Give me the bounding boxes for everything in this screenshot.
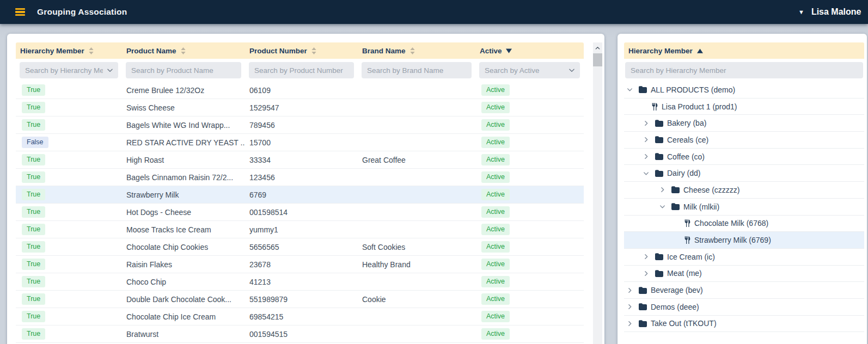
hierarchy-member-badge: True	[22, 293, 45, 305]
tree-node[interactable]: Milk (mlkii)	[624, 199, 864, 216]
hierarchy-member-badge: True	[22, 241, 45, 253]
product-number-cell: 001594515	[245, 330, 358, 339]
hierarchy-member-badge: True	[22, 154, 45, 165]
table-row[interactable]: TrueBratwurst001594515Active	[16, 325, 584, 343]
product-name-cell: Bagels Cinnamon Raisin 72/2...	[122, 173, 245, 182]
search-active-input[interactable]	[479, 62, 580, 78]
search-hierarchy-member-input[interactable]	[20, 62, 118, 78]
tree-node-label: Meat (me)	[667, 269, 702, 278]
user-menu[interactable]: ▼ Lisa Malone	[798, 0, 861, 24]
product-name-cell: Chocolate Chip Ice Cream	[122, 312, 245, 321]
table-row[interactable]: TrueSwiss Cheese1529547Active	[16, 99, 584, 116]
brand-name-cell: Great Coffee	[358, 156, 475, 164]
active-badge: Active	[481, 241, 510, 253]
folder-icon	[671, 186, 680, 193]
chevron-down-icon[interactable]	[106, 66, 114, 74]
tree-node[interactable]: Cereals (ce)	[624, 132, 864, 149]
utensils-icon	[684, 219, 690, 227]
folder-icon	[639, 320, 647, 327]
table-row[interactable]: TrueChoco Chip41213Active	[16, 273, 584, 291]
product-name-cell: High Roast	[122, 156, 245, 164]
search-brand-name-input[interactable]	[362, 62, 472, 78]
column-header-hierarchy-member[interactable]: Hierarchy Member	[16, 47, 122, 55]
chevron-right-icon[interactable]	[626, 303, 634, 310]
tree-column-header[interactable]: Hierarchy Member	[624, 42, 864, 59]
chevron-right-icon[interactable]	[626, 320, 634, 327]
chevron-right-icon[interactable]	[659, 186, 667, 193]
tree-node[interactable]: Demos (deee)	[624, 299, 864, 316]
active-badge: Active	[481, 154, 510, 165]
table-row[interactable]: TrueChocolate Chip Cookies5656565Soft Co…	[16, 238, 584, 256]
chevron-right-icon[interactable]	[643, 120, 650, 127]
tree-body: ALL PRODUCTS (demo)Lisa Product 1 (prod1…	[624, 82, 864, 332]
hierarchy-member-badge: True	[22, 102, 45, 113]
hierarchy-member-badge: True	[22, 276, 45, 287]
product-table-panel: Hierarchy Member Product Name Product Nu…	[7, 34, 604, 344]
vertical-scrollbar[interactable]	[593, 42, 602, 344]
hierarchy-member-badge: True	[22, 224, 45, 235]
column-header-product-name[interactable]: Product Name	[122, 47, 245, 55]
chevron-down-icon[interactable]	[643, 170, 650, 177]
folder-icon	[639, 287, 647, 294]
table-row[interactable]: TrueBagels Cinnamon Raisin 72/2...123456…	[16, 169, 584, 186]
tree-node[interactable]: ALL PRODUCTS (demo)	[624, 82, 864, 99]
tree-node[interactable]: Chocolate Milk (6768)	[624, 216, 864, 232]
hierarchy-member-badge: True	[22, 119, 45, 131]
scroll-up-icon[interactable]	[595, 42, 601, 53]
chevron-right-icon[interactable]	[643, 253, 650, 260]
top-navbar: Grouping Association ▼ Lisa Malone	[0, 0, 868, 24]
table-row[interactable]: TrueHigh Roast33334Great CoffeeActive	[16, 151, 584, 169]
chevron-down-icon[interactable]	[626, 86, 634, 93]
tree-node[interactable]: Coffee (co)	[624, 149, 864, 165]
tree-node[interactable]: Lisa Product 1 (prod1)	[624, 99, 864, 115]
table-row[interactable]: TrueCreme Brulee 12/32Oz06109Active	[16, 82, 584, 99]
product-name-cell: Moose Tracks Ice Cream	[122, 225, 245, 234]
column-header-product-number[interactable]: Product Number	[245, 47, 358, 55]
tree-node-label: Cereals (ce)	[667, 136, 708, 144]
tree-node[interactable]: Beverage (bev)	[624, 282, 864, 299]
scrollbar-thumb[interactable]	[593, 53, 602, 66]
chevron-down-icon[interactable]	[659, 203, 667, 210]
chevron-right-icon[interactable]	[643, 136, 650, 143]
product-number-cell: 1529547	[245, 103, 358, 112]
product-name-cell: Chocolate Chip Cookies	[122, 243, 245, 251]
search-product-number-input[interactable]	[249, 62, 354, 78]
table-row[interactable]: TrueBagels White WG Ind Wrapp...789456Ac…	[16, 116, 584, 134]
search-product-name-input[interactable]	[126, 62, 241, 78]
tree-node-label: Bakery (ba)	[667, 119, 706, 127]
tree-node[interactable]: Take Out (tTKOUT)	[624, 316, 864, 333]
search-tree-hierarchy-member-input[interactable]	[625, 62, 863, 78]
tree-node[interactable]: Strawberry Milk (6769)	[624, 232, 864, 249]
tree-node[interactable]: Cheese (czzzzz)	[624, 182, 864, 199]
table-row[interactable]: TrueMoose Tracks Ice Creamyummy1Active	[16, 221, 584, 238]
tree-node[interactable]: Ice Cream (ic)	[624, 249, 864, 266]
active-badge: Active	[481, 84, 510, 96]
table-row[interactable]: FalseRED STAR ACTIVE DRY YEAST ...15700A…	[16, 134, 584, 151]
tree-node[interactable]: Dairy (dd)	[624, 165, 864, 182]
page-title: Grouping Association	[37, 7, 127, 17]
chevron-down-icon[interactable]	[568, 66, 576, 74]
tree-node[interactable]: Bakery (ba)	[624, 115, 864, 132]
table-row[interactable]: TrueHot Dogs - Cheese001598514Active	[16, 204, 584, 221]
table-row[interactable]: TrueStrawberry Milk6769Active	[16, 186, 584, 204]
table-row[interactable]: TrueRaisin Flakes23678Healthy BrandActiv…	[16, 256, 584, 273]
sort-both-icon	[409, 47, 415, 54]
table-row[interactable]: TrueDouble Dark Chocolate Cook...5519898…	[16, 291, 584, 308]
user-name: Lisa Malone	[811, 7, 861, 17]
sort-descending-icon	[506, 48, 512, 53]
hamburger-menu-icon[interactable]	[15, 8, 25, 16]
active-badge: Active	[481, 293, 510, 305]
folder-icon	[655, 270, 663, 277]
tree-node-label: ALL PRODUCTS (demo)	[651, 85, 735, 94]
chevron-right-icon[interactable]	[643, 270, 650, 277]
tree-node[interactable]: Meat (me)	[624, 266, 864, 282]
product-number-cell: 6769	[245, 191, 358, 199]
column-header-brand-name[interactable]: Brand Name	[358, 47, 475, 55]
hierarchy-member-badge: True	[22, 259, 45, 270]
table-row[interactable]: TrueChocolate Chip Ice Cream69854215Acti…	[16, 308, 584, 325]
tree-node-label: Take Out (tTKOUT)	[651, 319, 717, 328]
chevron-right-icon[interactable]	[643, 153, 650, 160]
sort-both-icon	[88, 47, 94, 54]
column-header-active[interactable]: Active	[475, 47, 584, 55]
chevron-right-icon[interactable]	[626, 287, 634, 294]
